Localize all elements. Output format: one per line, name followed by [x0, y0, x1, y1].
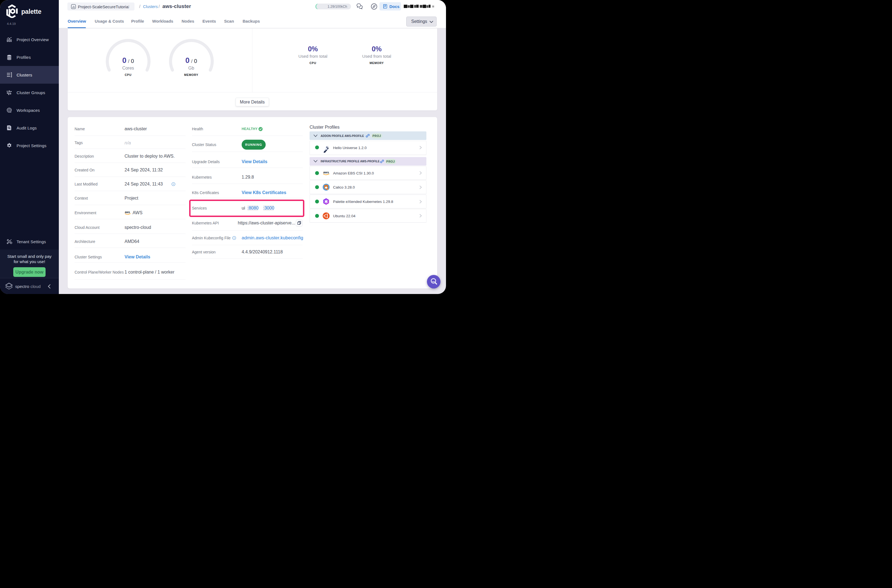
svg-text:aws: aws [125, 211, 130, 214]
svg-text:aws: aws [323, 171, 329, 174]
